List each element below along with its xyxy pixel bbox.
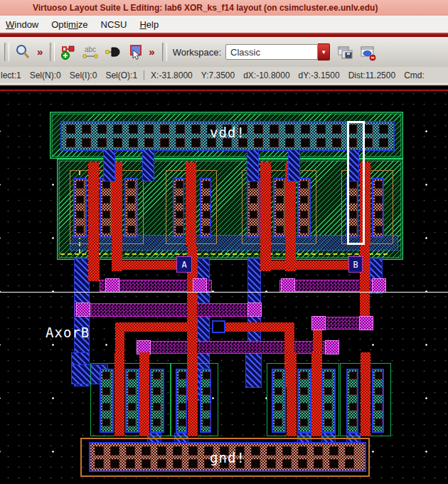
- sq-shape: [178, 387, 186, 395]
- sq-shape: [324, 419, 332, 426]
- poly-shape: [114, 352, 124, 436]
- m2bar-shape: [75, 303, 262, 317]
- sq-shape: [274, 387, 282, 395]
- sq-shape: [102, 181, 110, 189]
- select-tool-button[interactable]: [125, 43, 144, 62]
- sq-shape: [203, 419, 210, 426]
- dashH-shape: [60, 253, 388, 255]
- sq-shape: [324, 403, 332, 411]
- sq-shape: [178, 419, 186, 426]
- sq-shape: [300, 372, 308, 379]
- sq-shape: [250, 196, 257, 204]
- sq-shape: [375, 387, 383, 395]
- sq-shape: [127, 226, 135, 233]
- topline-shape: [0, 90, 448, 91]
- poly-shape: [88, 162, 99, 246]
- mblue-shape: [247, 149, 259, 182]
- status-dist: Dist:11.2500: [348, 70, 396, 80]
- sq-shape: [274, 419, 282, 426]
- sq-shape: [176, 211, 183, 219]
- vdd-rail-label: vdd!: [60, 125, 395, 140]
- sq-shape: [127, 211, 135, 219]
- menu-optimize[interactable]: Optimize: [45, 19, 94, 30]
- wline-shape: [0, 292, 448, 293]
- abc-label-icon: abc: [82, 43, 99, 60]
- workspace-value: Classic: [230, 47, 260, 58]
- sq-shape: [176, 181, 183, 189]
- output-net-label: AxorB: [46, 325, 90, 340]
- create-label-button[interactable]: abc: [81, 43, 100, 62]
- sq-shape: [127, 196, 135, 204]
- m2ct-shape: [325, 340, 339, 354]
- sq-shape: [300, 226, 308, 233]
- sq-shape: [76, 181, 84, 189]
- sq-shape: [300, 403, 308, 411]
- sq-shape: [102, 403, 110, 411]
- status-select-count: lect:1: [1, 70, 21, 80]
- toolbar-grip[interactable]: [50, 43, 55, 61]
- menu-window[interactable]: Window: [0, 19, 45, 30]
- input-b-pin[interactable]: B: [348, 256, 363, 273]
- sq-shape: [203, 226, 210, 233]
- poly-shape: [186, 162, 196, 246]
- sq-shape: [176, 196, 183, 204]
- input-b-label: B: [353, 260, 358, 270]
- sq-shape: [375, 372, 383, 379]
- window-title: Virtuoso Layout Suite L Editing: lab6 XO…: [33, 3, 378, 13]
- input-a-pin[interactable]: A: [176, 256, 192, 273]
- poly-shape: [112, 246, 122, 271]
- workspace-label: Workspace:: [173, 47, 221, 58]
- select-cursor-icon: [126, 43, 143, 60]
- title-bar[interactable]: Virtuoso Layout Suite L Editing: lab6 XO…: [0, 0, 448, 16]
- m2ct-shape: [105, 278, 119, 293]
- sq-shape: [203, 196, 210, 204]
- toolbar-grip[interactable]: [4, 43, 9, 61]
- status-sel-n: Sel(N):0: [30, 70, 61, 80]
- selected-object-highlight[interactable]: [347, 121, 365, 245]
- sq-shape: [153, 387, 161, 395]
- create-instance-button[interactable]: [59, 43, 78, 62]
- save-workspace-button[interactable]: [336, 43, 355, 62]
- toolbar-grip[interactable]: [162, 43, 167, 61]
- mblue-shape: [142, 149, 154, 182]
- sq-shape: [102, 226, 110, 233]
- m2bar-shape: [137, 341, 339, 354]
- sq-shape: [300, 181, 308, 189]
- menu-help[interactable]: Help: [133, 19, 165, 30]
- status-y: Y:7.3500: [201, 70, 235, 80]
- poly-shape: [287, 352, 297, 436]
- sq-shape: [250, 211, 257, 219]
- toolbar-overflow[interactable]: »: [149, 43, 154, 61]
- status-dy: dY:-3.1500: [299, 70, 340, 80]
- toolbar-overflow[interactable]: »: [37, 43, 43, 61]
- workspace-dropdown-arrow[interactable]: ▼: [318, 43, 330, 60]
- poly-shape: [260, 246, 271, 271]
- m2ct-shape: [359, 316, 373, 330]
- sq-shape: [300, 387, 308, 395]
- poly-shape: [285, 246, 296, 271]
- workspace-dropdown[interactable]: Classic: [225, 44, 318, 60]
- sq-shape: [276, 196, 284, 204]
- zoom-tool-button[interactable]: [14, 43, 33, 62]
- status-divider: [144, 70, 144, 80]
- toolbar: » abc: [0, 37, 448, 68]
- status-bar: lect:1 Sel(N):0 Sel(I):0 Sel(O):1 X:-31.…: [0, 67, 448, 84]
- poly-shape: [88, 246, 99, 281]
- sq-shape: [300, 196, 308, 204]
- menu-ncsu[interactable]: NCSU: [95, 19, 134, 30]
- create-pin-button[interactable]: [103, 43, 122, 62]
- poly-shape: [115, 322, 197, 332]
- layout-canvas[interactable]: vdd! gnd! A B AxorB: [0, 85, 448, 484]
- status-dx: dX:-10.8000: [243, 70, 289, 80]
- sq-shape: [349, 419, 357, 426]
- hide-workspace-button[interactable]: [358, 43, 377, 62]
- sq-shape: [375, 403, 383, 411]
- poly-shape: [311, 352, 321, 436]
- sq-shape: [203, 181, 210, 189]
- m2ct-shape: [76, 302, 90, 317]
- sq-shape: [76, 196, 84, 204]
- sq-shape: [203, 372, 210, 379]
- sq-shape: [300, 419, 308, 426]
- sq-shape: [276, 226, 284, 233]
- sq-shape: [102, 211, 110, 219]
